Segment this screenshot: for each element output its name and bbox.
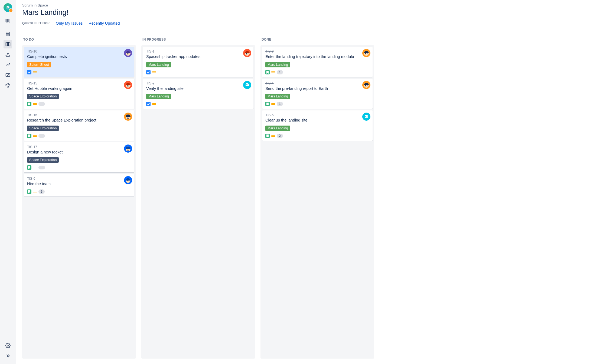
checkbox-icon[interactable] bbox=[4, 71, 12, 79]
priority-medium-icon bbox=[271, 70, 275, 74]
svg-point-24 bbox=[127, 117, 128, 118]
card-footer: 1 bbox=[265, 102, 369, 106]
card-tis-15[interactable]: TIS-15Get Hubble working againSpace Expl… bbox=[24, 79, 134, 109]
main: Scrum in Space Mars Landing! QUICK FILTE… bbox=[16, 0, 603, 364]
svg-rect-7 bbox=[6, 34, 9, 35]
card-tis-6[interactable]: TIS-6Hire the team5 bbox=[24, 174, 134, 196]
svg-rect-9 bbox=[6, 42, 7, 46]
board: TO DOTIS-10Complete ignition testsSaturn… bbox=[16, 32, 603, 364]
svg-point-32 bbox=[127, 181, 128, 181]
assignee-avatar[interactable] bbox=[362, 113, 370, 121]
card-footer bbox=[27, 102, 131, 106]
filter-recently-updated[interactable]: Recently Updated bbox=[89, 21, 120, 25]
priority-medium-icon bbox=[271, 134, 275, 138]
card-tis-2[interactable]: TIS-2Verify the landing siteMars Landing bbox=[143, 79, 253, 109]
expand-icon[interactable] bbox=[4, 352, 12, 360]
card-key: TIS-15 bbox=[27, 81, 131, 85]
card-key: TIS-16 bbox=[27, 113, 131, 117]
card-summary: Get Hubble working again bbox=[27, 86, 120, 91]
epic-tag[interactable]: Mars Landing bbox=[265, 94, 290, 99]
filters-label: QUICK FILTERS: bbox=[22, 21, 50, 25]
settings-icon[interactable] bbox=[4, 341, 12, 350]
svg-point-13 bbox=[7, 345, 9, 346]
svg-point-28 bbox=[127, 149, 128, 149]
assignee-avatar[interactable] bbox=[243, 49, 251, 57]
assignee-avatar[interactable] bbox=[124, 81, 132, 89]
board-group-icon[interactable] bbox=[4, 16, 12, 25]
card-tis-1[interactable]: TIS-1Spaceship tracker app updatesMars L… bbox=[143, 47, 253, 77]
priority-medium-icon bbox=[33, 166, 37, 169]
svg-rect-8 bbox=[6, 35, 9, 36]
column-done: DONETIS-3Enter the landing trajectory in… bbox=[260, 38, 374, 359]
assignee-avatar[interactable] bbox=[124, 49, 132, 57]
epic-tag[interactable]: Space Exploration bbox=[27, 157, 59, 163]
card-tis-17[interactable]: TIS-17Design a new rocketSpace Explorati… bbox=[24, 142, 134, 173]
card-tis-5[interactable]: TIS-5Cleanup the landing siteMars Landin… bbox=[262, 110, 373, 141]
epic-tag[interactable]: Mars Landing bbox=[146, 94, 171, 99]
card-tis-3[interactable]: TIS-3Enter the landing trajectory into t… bbox=[262, 47, 373, 77]
project-logo[interactable] bbox=[4, 3, 12, 12]
epic-tag[interactable]: Space Exploration bbox=[27, 126, 59, 131]
quick-filters: QUICK FILTERS: Only My Issues Recently U… bbox=[22, 21, 597, 25]
epic-tag[interactable]: Mars Landing bbox=[146, 62, 171, 67]
filter-only-my-issues[interactable]: Only My Issues bbox=[56, 21, 83, 25]
svg-rect-12 bbox=[6, 73, 10, 77]
estimate-badge: 1 bbox=[277, 102, 283, 106]
estimate-badge: 1 bbox=[277, 70, 283, 74]
addon-icon[interactable] bbox=[4, 81, 12, 90]
card-tis-4[interactable]: TIS-4Send the pre-landing report to Eart… bbox=[262, 79, 373, 109]
backlog-icon[interactable] bbox=[4, 29, 12, 38]
epic-tag[interactable]: Saturn Shoot bbox=[27, 62, 51, 67]
card-key: TIS-2 bbox=[146, 81, 250, 85]
svg-point-40 bbox=[247, 84, 248, 85]
column-body[interactable]: TIS-10Complete ignition testsSaturn Shoo… bbox=[22, 45, 136, 359]
card-key: TIS-3 bbox=[265, 50, 369, 53]
svg-point-21 bbox=[129, 85, 129, 86]
svg-point-37 bbox=[248, 53, 249, 54]
ship-icon[interactable] bbox=[4, 50, 12, 59]
column-in-progress: IN PROGRESSTIS-1Spaceship tracker app up… bbox=[141, 38, 255, 359]
epic-tag[interactable]: Mars Landing bbox=[265, 62, 290, 67]
svg-rect-11 bbox=[9, 42, 10, 46]
priority-medium-icon bbox=[33, 70, 37, 74]
card-summary: Research the Space Exploration project bbox=[27, 118, 120, 123]
card-summary: Hire the team bbox=[27, 181, 120, 187]
column-to-do: TO DOTIS-10Complete ignition testsSaturn… bbox=[22, 38, 136, 359]
svg-point-47 bbox=[365, 85, 366, 86]
svg-point-2 bbox=[7, 7, 8, 8]
card-tis-16[interactable]: TIS-16Research the Space Exploration pro… bbox=[24, 110, 134, 141]
card-key: TIS-4 bbox=[265, 81, 369, 85]
priority-medium-icon bbox=[33, 190, 37, 194]
breadcrumb[interactable]: Scrum in Space bbox=[22, 3, 597, 7]
svg-point-50 bbox=[365, 116, 366, 117]
board-icon[interactable] bbox=[4, 40, 12, 48]
assignee-avatar[interactable] bbox=[362, 49, 370, 57]
estimate-badge bbox=[38, 166, 45, 169]
svg-point-44 bbox=[367, 53, 368, 54]
card-tis-10[interactable]: TIS-10Complete ignition testsSaturn Shoo… bbox=[24, 47, 134, 77]
card-footer: 1 bbox=[265, 70, 369, 74]
card-key: TIS-5 bbox=[265, 113, 369, 117]
card-footer: 2 bbox=[265, 134, 369, 138]
priority-medium-icon bbox=[33, 102, 37, 106]
svg-rect-4 bbox=[7, 19, 8, 22]
column-body[interactable]: TIS-1Spaceship tracker app updatesMars L… bbox=[141, 45, 255, 359]
report-icon[interactable] bbox=[4, 60, 12, 69]
svg-point-25 bbox=[129, 117, 129, 118]
assignee-avatar[interactable] bbox=[362, 81, 370, 89]
card-summary: Design a new rocket bbox=[27, 150, 120, 155]
assignee-avatar[interactable] bbox=[124, 145, 132, 153]
column-body[interactable]: TIS-3Enter the landing trajectory into t… bbox=[260, 45, 374, 359]
assignee-avatar[interactable] bbox=[124, 113, 132, 121]
sidebar bbox=[0, 0, 16, 364]
epic-tag[interactable]: Mars Landing bbox=[265, 126, 290, 131]
card-key: TIS-10 bbox=[27, 50, 131, 53]
column-title: DONE bbox=[260, 38, 374, 41]
card-footer bbox=[146, 102, 250, 106]
assignee-avatar[interactable] bbox=[124, 176, 132, 184]
epic-tag[interactable]: Space Exploration bbox=[27, 94, 59, 99]
card-footer bbox=[27, 134, 131, 138]
svg-point-51 bbox=[367, 116, 367, 117]
assignee-avatar[interactable] bbox=[243, 81, 251, 89]
estimate-badge: 5 bbox=[38, 189, 45, 194]
